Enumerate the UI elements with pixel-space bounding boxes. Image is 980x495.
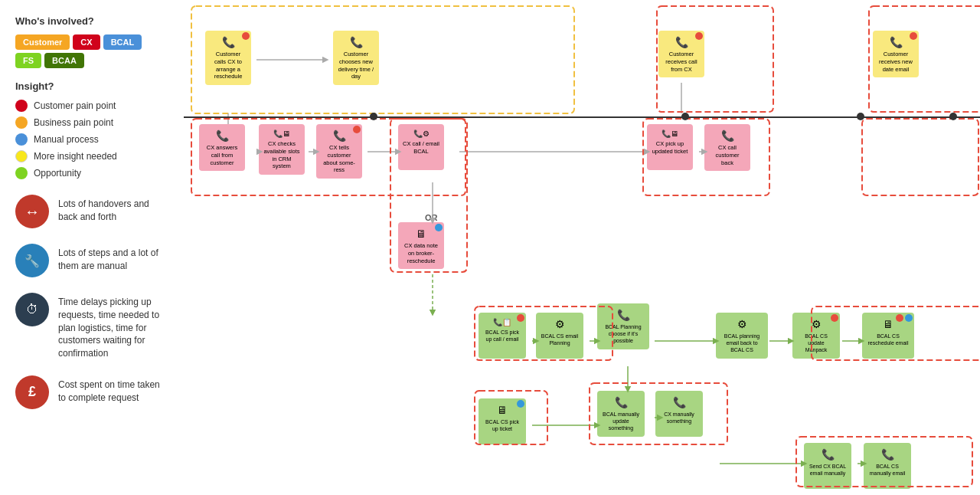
timeline-marker-4 xyxy=(949,113,957,120)
gear-icon-c16: ⚙ xyxy=(812,317,822,331)
business-pain-label: Business pain point xyxy=(34,117,113,128)
sticky-text-c13: BCAL CS email Planning xyxy=(541,333,579,346)
phone-icon-c2: 📞 xyxy=(350,35,363,49)
insight-customer-pain: Customer pain point xyxy=(15,100,168,112)
phone-icon-c3: 📞 xyxy=(216,129,229,143)
sticky-bcal-planning-choose: 📞 BCAL Planning choose if it's possible xyxy=(597,303,649,349)
tag-customer: Customer xyxy=(15,34,70,50)
handovers-icon: ↔ xyxy=(15,195,49,228)
insight-more: More insight needed xyxy=(15,150,168,162)
red-dot-c11 xyxy=(910,32,917,40)
sticky-cx-manual: 📞 CX manually something xyxy=(655,391,703,437)
pc-icon-c7: 🖥 xyxy=(416,227,426,241)
sticky-text-c1: Customer calls CX to arrange a reschedul… xyxy=(210,51,247,80)
blue-dot-c7 xyxy=(435,224,443,231)
red-dot-c17b xyxy=(896,314,903,322)
red-dot-c12 xyxy=(517,314,524,322)
sticky-cx-tells: 📞 CX tells customer about some-ress xyxy=(316,124,362,179)
manual-dot xyxy=(15,133,28,146)
tag-bcal: BCAL xyxy=(103,34,142,50)
timeline-marker-3 xyxy=(857,113,864,120)
phone-doc-icon: 📞📋 xyxy=(493,317,511,327)
customer-pain-label: Customer pain point xyxy=(34,100,116,111)
phone-gear-icon: 📞⚙ xyxy=(413,129,430,139)
sticky-customer-calls: 📞 Customer calls CX to arrange a resched… xyxy=(205,31,251,85)
phone-icon-c21: 📞 xyxy=(822,447,835,461)
pain-card-time: ⏱ Time delays picking up requests, time … xyxy=(15,293,168,360)
phone-icon-c5: 📞 xyxy=(333,129,346,143)
sticky-bcal-update: ⚙ BCAL CS update Manpack xyxy=(792,313,840,359)
insight-section: Insight? Customer pain point Business pa… xyxy=(15,80,168,179)
tag-bcaa: BCAA xyxy=(44,53,84,68)
opportunity-label: Opportunity xyxy=(34,168,81,179)
sticky-cx-pickup: 📞🖥 CX pick up updated ticket xyxy=(647,124,693,170)
sticky-text-c22: BCAL CS manually email xyxy=(868,463,906,477)
diagram-area: 📞 Customer calls CX to arrange a resched… xyxy=(184,0,980,495)
more-insight-label: More insight needed xyxy=(34,151,117,162)
cost-text: Cost spent on time taken to complete req… xyxy=(58,375,168,405)
sticky-text-c16: BCAL CS update Manpack xyxy=(797,333,835,353)
sticky-bcal-email-last: 🖥 BCAL CS reschedule email xyxy=(862,313,914,359)
opportunity-dot xyxy=(15,167,28,179)
pain-card-handovers: ↔ Lots of handovers and back and forth xyxy=(15,195,168,228)
sticky-text-c7: CX data note on broker-reschedule xyxy=(403,242,439,264)
time-text: Time delays picking up requests, time ne… xyxy=(58,293,168,360)
blue-dot-c18 xyxy=(517,400,524,408)
gear-icon-c13: ⚙ xyxy=(555,317,565,331)
red-dot-c8 xyxy=(695,32,703,40)
phone-icon-c14: 📞 xyxy=(617,308,630,322)
red-dot-c1 xyxy=(242,32,250,40)
timeline-marker-2 xyxy=(681,113,689,120)
cost-icon: £ xyxy=(15,375,49,409)
sticky-customer-receives-call: 📞 Customer receives call from CX xyxy=(658,31,704,77)
sticky-text-c18: BCAL CS pick up ticket xyxy=(483,418,521,432)
sticky-customer-chooses: 📞 Customer chooses new delivery time / d… xyxy=(333,31,379,85)
sticky-text-c19: BCAL manually update something xyxy=(602,411,640,431)
tag-fs: FS xyxy=(15,53,41,68)
handovers-text: Lots of handovers and back and forth xyxy=(58,195,168,224)
pain-cards: ↔ Lots of handovers and back and forth 🔧… xyxy=(15,195,168,409)
sticky-text-c15: BCAL planning email back to BCAL CS xyxy=(720,333,763,353)
sticky-bcal-manual: 📞 BCAL manually update something xyxy=(597,391,645,437)
sticky-text-c17: BCAL CS reschedule email xyxy=(867,333,910,346)
sticky-text-c11: Customer receives new date email xyxy=(877,51,914,73)
sticky-text-c4: CX checks available slots in CRM system xyxy=(263,140,300,170)
sticky-text-c5: CX tells customer about some-ress xyxy=(321,144,358,174)
phone-icon-c20: 📞 xyxy=(673,395,686,409)
sticky-text-c8: Customer receives call from CX xyxy=(663,51,700,73)
phone-pc-icon-c9: 📞🖥 xyxy=(662,129,678,139)
sticky-text-c14: BCAL Planning choose if it's possible xyxy=(602,323,645,344)
pc-icon-c18: 🖥 xyxy=(497,403,508,417)
red-dot-c16 xyxy=(831,314,838,322)
sticky-bcal-manual-email: 📞 BCAL CS manually email xyxy=(864,443,911,489)
sticky-bcal-email-planning: ⚙ BCAL CS email Planning xyxy=(536,313,583,359)
phone-icon-c1: 📞 xyxy=(222,35,235,49)
who-involved-tags: Customer CX BCAL FS BCAA xyxy=(15,34,168,68)
business-pain-dot xyxy=(15,116,28,129)
sticky-cx-data: 🖥 CX data note on broker-reschedule xyxy=(398,222,444,269)
or-label: OR xyxy=(425,213,438,222)
sticky-bcal-pickup-call: 📞📋 BCAL CS pick up call / email xyxy=(479,313,526,359)
svg-rect-26 xyxy=(862,119,978,195)
sticky-customer-email: 📞 Customer receives new date email xyxy=(873,31,919,77)
sticky-bcal-email-back: ⚙ BCAL planning email back to BCAL CS xyxy=(716,313,768,359)
blue-dot-c17 xyxy=(905,314,913,322)
insight-business-pain: Business pain point xyxy=(15,116,168,129)
sticky-text-c2: Customer chooses new delivery time / day xyxy=(338,51,374,80)
red-dot-c5 xyxy=(353,126,361,133)
sticky-cx-checks: 📞🖥 CX checks available slots in CRM syst… xyxy=(259,124,305,175)
sticky-text-c20: CX manually something xyxy=(660,411,698,425)
left-panel: Who's involved? Customer CX BCAL FS BCAA… xyxy=(0,0,184,495)
customer-pain-dot xyxy=(15,100,28,112)
insight-manual: Manual process xyxy=(15,133,168,146)
manual-label: Manual process xyxy=(34,134,99,145)
sticky-text-c10: CX call customer back xyxy=(709,144,746,166)
sticky-cx-call-bcal: 📞⚙ CX call / email BCAL xyxy=(398,124,444,170)
sticky-text-c12: BCAL CS pick up call / email xyxy=(483,329,521,343)
phone-icon-c11: 📞 xyxy=(890,35,903,49)
sticky-bcal-ticket: 🖥 BCAL CS pick up ticket xyxy=(479,398,526,444)
manual-steps-text: Lots of steps and a lot of them are manu… xyxy=(58,244,168,273)
timeline-marker-1 xyxy=(370,113,377,120)
pain-card-manual: 🔧 Lots of steps and a lot of them are ma… xyxy=(15,244,168,277)
sticky-send-cx-email: 📞 Send CX BCAL email manually xyxy=(804,443,851,489)
